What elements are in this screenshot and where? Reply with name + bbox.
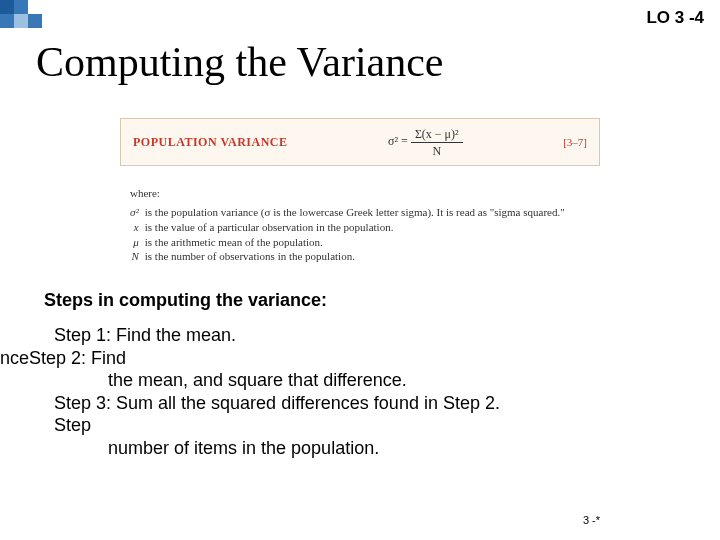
formula-denominator: N bbox=[411, 143, 463, 157]
where-row: N is the number of observations in the p… bbox=[130, 249, 565, 264]
formula-lhs: σ² = bbox=[388, 134, 408, 148]
where-sym: N bbox=[130, 249, 145, 264]
steps-header: Steps in computing the variance: bbox=[44, 290, 327, 311]
formula-numerator: Σ(x − μ)² bbox=[411, 128, 463, 143]
lo-tag: LO 3 -4 bbox=[646, 8, 704, 28]
step-2-line-a: nceStep 2: Find bbox=[0, 347, 720, 370]
brand-logo bbox=[0, 0, 54, 34]
where-desc: is the population variance (σ is the low… bbox=[145, 205, 565, 220]
where-sym: σ² bbox=[130, 205, 145, 220]
formula-box: POPULATION VARIANCE σ² = Σ(x − μ)² N [3–… bbox=[120, 118, 600, 166]
svg-rect-0 bbox=[0, 0, 14, 14]
svg-rect-1 bbox=[14, 0, 28, 14]
step-1: Step 1: Find the mean. bbox=[54, 324, 720, 347]
where-row: σ² is the population variance (σ is the … bbox=[130, 205, 565, 220]
formula-fraction: Σ(x − μ)² N bbox=[411, 128, 463, 157]
where-desc: is the value of a particular observation… bbox=[145, 220, 565, 235]
where-desc: is the number of observations in the pop… bbox=[145, 249, 565, 264]
where-row: μ is the arithmetic mean of the populati… bbox=[130, 235, 565, 250]
svg-rect-2 bbox=[0, 14, 14, 28]
where-sym: x bbox=[130, 220, 145, 235]
step-4-line-b: number of items in the population. bbox=[108, 437, 720, 460]
page-title: Computing the Variance bbox=[36, 38, 443, 86]
where-sym: μ bbox=[130, 235, 145, 250]
formula-expression: σ² = Σ(x − μ)² N bbox=[288, 128, 564, 157]
where-desc: is the arithmetic mean of the population… bbox=[145, 235, 565, 250]
formula-label: POPULATION VARIANCE bbox=[133, 135, 288, 150]
svg-rect-4 bbox=[28, 14, 42, 28]
where-block: where: σ² is the population variance (σ … bbox=[130, 186, 630, 264]
step-4-line-a: Step bbox=[54, 414, 720, 437]
steps-list: Step 1: Find the mean. nceStep 2: Find t… bbox=[0, 324, 720, 459]
slide-number: 3 -* bbox=[583, 514, 600, 526]
step-2-line-b: the mean, and square that difference. bbox=[108, 369, 720, 392]
where-row: x is the value of a particular observati… bbox=[130, 220, 565, 235]
formula-eqref: [3–7] bbox=[563, 136, 587, 148]
where-heading: where: bbox=[130, 186, 630, 201]
svg-rect-3 bbox=[14, 14, 28, 28]
step-3: Step 3: Sum all the squared differences … bbox=[54, 392, 720, 415]
